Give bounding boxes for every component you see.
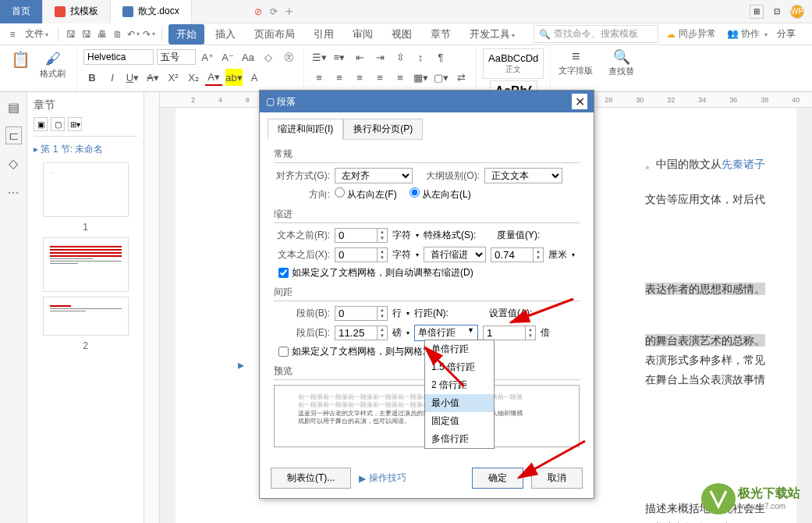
after-text-spinner[interactable]: ▲▼ [335, 247, 388, 262]
outline-expand-icon[interactable]: ▣ [34, 117, 48, 131]
before-text-spinner[interactable]: ▲▼ [335, 228, 388, 243]
align-center-icon[interactable]: ≡ [331, 69, 348, 86]
menu-tab-view[interactable]: 视图 [384, 24, 420, 44]
italic-button[interactable]: I [104, 69, 121, 86]
tab-home[interactable]: 首页 [0, 0, 43, 23]
decrease-font-icon[interactable]: A⁻ [219, 48, 236, 66]
font-color-button[interactable]: A▾ [205, 69, 222, 86]
increase-font-icon[interactable]: A⁺ [199, 48, 216, 66]
outline-collapse-icon[interactable]: ▢ [51, 117, 65, 131]
underline-button[interactable]: U▾ [124, 69, 141, 86]
subscript-button[interactable]: X₂ [185, 69, 202, 86]
change-case-icon[interactable]: Aa [239, 48, 257, 66]
share-button[interactable]: 分享 [774, 27, 799, 41]
ribbon-group-find[interactable]: 🔍 查找替 [601, 45, 642, 91]
border-icon[interactable]: ▢▾ [432, 69, 449, 86]
superscript-button[interactable]: X² [165, 69, 182, 86]
shading-icon[interactable]: ▦▾ [412, 69, 429, 86]
new-tab-button[interactable]: + [278, 5, 301, 19]
line-spacing-select[interactable]: 单倍行距▼ [414, 325, 478, 341]
char-border-button[interactable]: A [246, 69, 263, 86]
menu-tab-devtools[interactable]: 开发工具 [462, 24, 523, 44]
menu-tab-start[interactable]: 开始 [168, 24, 204, 44]
measure-spinner[interactable]: ▲▼ [491, 247, 544, 262]
hamburger-icon[interactable]: ≡ [6, 28, 19, 41]
font-size-select[interactable] [157, 49, 196, 65]
line-spacing-icon[interactable]: ⇳ [392, 48, 409, 66]
direction-ltr-radio[interactable]: 从左向右(L) [410, 187, 471, 201]
align-justify-icon[interactable]: ≡ [371, 69, 388, 86]
tab-document[interactable]: 散文.docx [111, 0, 192, 23]
sync-status[interactable]: ☁ 同步异常 [666, 27, 716, 41]
pinyin-icon[interactable]: ㉆ [280, 48, 297, 66]
sort-icon[interactable]: ↕ [412, 48, 429, 66]
tips-link[interactable]: ▶ 操作技巧 [359, 471, 406, 485]
window-apps-icon[interactable]: ⊡ [770, 5, 784, 19]
strike-button[interactable]: A▾ [144, 69, 161, 86]
page-thumbnail-1[interactable]: ... [43, 162, 129, 217]
file-menu[interactable]: 文件 [22, 27, 51, 41]
show-marks-icon[interactable]: ¶ [432, 48, 449, 66]
rail-nav-icon[interactable]: ⊏ [5, 126, 22, 144]
space-after-spinner[interactable]: ▲▼ [335, 326, 388, 340]
dropdown-option-multi[interactable]: 多倍行距 [425, 430, 494, 448]
save-icon[interactable]: 🖫 [65, 28, 77, 41]
menu-tab-layout[interactable]: 页面布局 [246, 24, 303, 44]
dialog-tab-page[interactable]: 换行和分页(P) [343, 119, 423, 140]
direction-rtl-radio[interactable]: 从右向左(F) [335, 187, 397, 201]
menu-tab-chapter[interactable]: 章节 [423, 24, 459, 44]
rail-outline-icon[interactable]: ▤ [8, 100, 20, 115]
outline-move-icon[interactable]: ⊞▾ [68, 117, 82, 131]
chapter-link-1[interactable]: ▸ 第 1 节: 未命名 [34, 143, 137, 156]
save-as-icon[interactable]: 🖫 [80, 28, 93, 41]
dropdown-option-1-5[interactable]: 1.5 倍行距 [425, 358, 494, 376]
cancel-button[interactable]: 取消 [531, 468, 583, 489]
font-family-select[interactable] [83, 49, 154, 65]
menu-tab-insert[interactable]: 插入 [207, 24, 243, 44]
window-split-icon[interactable]: ⊞ [750, 5, 764, 19]
align-select[interactable]: 左对齐 [335, 168, 413, 183]
special-format-select[interactable]: 首行缩进 [424, 247, 486, 262]
auto-indent-checkbox[interactable]: 如果定义了文档网格，则自动调整右缩进(D) [278, 266, 580, 279]
rail-more-icon[interactable]: … [7, 183, 20, 197]
redo-icon[interactable]: ↷ [143, 28, 155, 41]
dialog-close-button[interactable]: ✕ [572, 94, 587, 109]
align-left-icon[interactable]: ≡ [310, 69, 328, 86]
undo-icon[interactable]: ↶ [127, 28, 140, 41]
paste-button[interactable]: 📋 [6, 48, 35, 81]
tabs-button[interactable]: 制表位(T)... [271, 468, 351, 489]
page-thumbnail-2[interactable] [43, 237, 129, 292]
search-input[interactable]: 🔍 查找命令、搜索模板 [534, 25, 658, 43]
dropdown-option-fixed[interactable]: 固定值 [425, 412, 494, 430]
tab-template[interactable]: 找模板 [43, 0, 111, 23]
rail-bookmark-icon[interactable]: ◇ [9, 156, 18, 171]
style-normal[interactable]: AaBbCcDd 正文 [483, 48, 544, 79]
align-right-icon[interactable]: ≡ [351, 69, 368, 86]
dropdown-option-min[interactable]: 最小值 [425, 394, 494, 412]
bold-button[interactable]: B [83, 69, 101, 86]
setting-value-spinner[interactable]: ▲▼ [483, 326, 536, 340]
format-brush-button[interactable]: 🖌 格式刷 [35, 48, 70, 81]
coop-button[interactable]: 👥 协作 [724, 27, 771, 41]
dialog-tab-indent[interactable]: 缩进和间距(I) [268, 119, 343, 140]
align-distribute-icon[interactable]: ≡ [392, 69, 409, 86]
outline-level-select[interactable]: 正文文本 [484, 168, 562, 183]
number-list-icon[interactable]: ≡▾ [331, 48, 348, 66]
print-icon[interactable]: 🖶 [96, 28, 108, 41]
dropdown-option-double[interactable]: 2 倍行距 [425, 376, 494, 394]
ribbon-group-typeset[interactable]: ≡ 文字排版 [551, 45, 601, 91]
decrease-indent-icon[interactable]: ⇤ [351, 48, 368, 66]
bullet-list-icon[interactable]: ☰▾ [310, 48, 328, 66]
page-thumbnail-3[interactable] [43, 297, 129, 336]
increase-indent-icon[interactable]: ⇥ [371, 48, 388, 66]
tab-icon[interactable]: ⇄ [452, 69, 470, 86]
clear-format-icon[interactable]: ◇ [260, 48, 277, 66]
ok-button[interactable]: 确定 [472, 468, 523, 489]
space-before-spinner[interactable]: ▲▼ [335, 306, 388, 321]
menu-tab-reference[interactable]: 引用 [306, 24, 342, 44]
print-preview-icon[interactable]: 🗎 [112, 28, 124, 41]
highlight-button[interactable]: ab▾ [225, 69, 243, 86]
user-avatar[interactable]: WP [790, 5, 804, 19]
menu-tab-review[interactable]: 审阅 [345, 24, 381, 44]
dropdown-option-single[interactable]: 单倍行距 [425, 340, 494, 358]
